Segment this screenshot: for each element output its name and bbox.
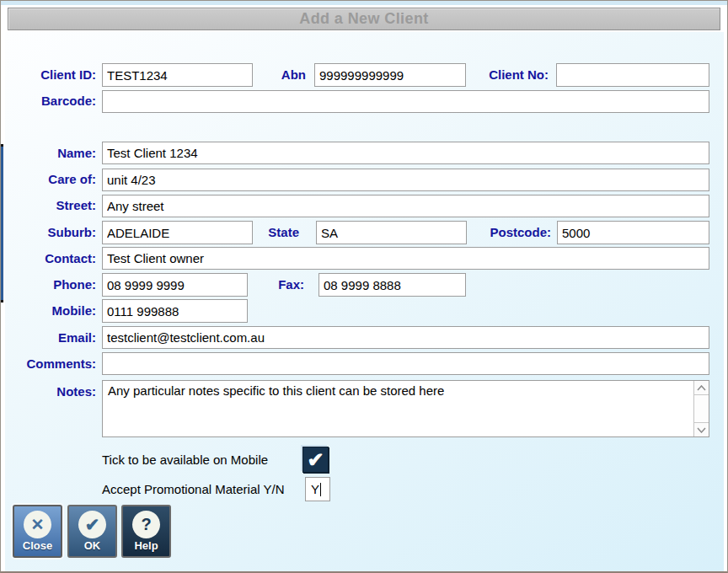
barcode-input[interactable] <box>102 90 709 113</box>
help-button[interactable]: ? Help <box>121 505 171 558</box>
fax-label: Fax: <box>254 273 304 297</box>
mobile-available-checkbox[interactable]: ✔ <box>302 447 329 473</box>
mobile-input[interactable] <box>102 299 248 323</box>
background-window-edge <box>1 144 3 303</box>
name-input[interactable] <box>102 142 709 164</box>
care-of-input[interactable] <box>102 169 709 191</box>
close-button-label: Close <box>23 539 52 552</box>
dialog-title: Add a New Client <box>299 10 428 28</box>
mobile-label: Mobile: <box>12 299 96 323</box>
check-circle-icon: ✔ <box>78 511 106 538</box>
suburb-input[interactable] <box>102 221 253 244</box>
notes-label: Notes: <box>12 380 96 404</box>
notes-scrollbar[interactable] <box>693 381 709 436</box>
email-input[interactable] <box>102 326 709 349</box>
state-input[interactable] <box>316 221 467 244</box>
promo-material-input[interactable]: Y <box>305 477 330 501</box>
client-id-input[interactable] <box>102 63 253 87</box>
help-button-label: Help <box>134 539 158 552</box>
close-button[interactable]: ✕ Close <box>13 505 62 558</box>
contact-input[interactable] <box>102 247 709 270</box>
fax-input[interactable] <box>318 273 466 297</box>
promo-material-label: Accept Promotional Material Y/N <box>102 482 284 496</box>
scroll-down-button[interactable] <box>694 422 709 436</box>
close-icon: ✕ <box>24 511 51 538</box>
phone-input[interactable] <box>102 273 248 297</box>
client-no-input[interactable] <box>556 63 709 87</box>
ok-button-label: OK <box>84 539 101 552</box>
top-edge-strip <box>1 1 727 5</box>
notes-box: Any particular notes specific to this cl… <box>102 380 709 437</box>
ok-button[interactable]: ✔ OK <box>67 505 117 558</box>
client-no-label: Client No: <box>456 63 549 87</box>
email-label: Email: <box>12 326 96 350</box>
scroll-up-button[interactable] <box>694 381 709 395</box>
contact-label: Contact: <box>12 247 96 270</box>
abn-label: Abn <box>254 63 306 87</box>
mobile-available-label: Tick to be available on Mobile <box>102 453 268 467</box>
phone-label: Phone: <box>12 273 96 297</box>
postcode-input[interactable] <box>557 221 709 244</box>
care-of-label: Care of: <box>12 168 96 191</box>
postcode-label: Postcode: <box>468 221 551 244</box>
state-label: State <box>255 221 299 244</box>
chevron-up-icon <box>697 385 706 391</box>
chevron-down-icon <box>697 427 706 433</box>
comments-label: Comments: <box>5 352 96 376</box>
street-label: Street: <box>12 194 96 217</box>
promo-material-value: Y <box>311 482 319 496</box>
question-circle-icon: ? <box>132 511 160 538</box>
dialog-titlebar: Add a New Client <box>8 8 720 30</box>
street-input[interactable] <box>102 195 709 217</box>
comments-input[interactable] <box>102 352 709 375</box>
notes-textarea[interactable]: Any particular notes specific to this cl… <box>103 381 693 436</box>
barcode-label: Barcode: <box>12 89 96 113</box>
text-caret <box>320 483 321 496</box>
client-id-label: Client ID: <box>12 63 96 87</box>
checkbox-check-icon: ✔ <box>307 448 324 472</box>
abn-input[interactable] <box>314 63 466 87</box>
suburb-label: Suburb: <box>12 221 96 244</box>
name-label: Name: <box>12 142 96 165</box>
add-new-client-dialog: Add a New Client Client ID: Abn Client N… <box>0 0 728 573</box>
